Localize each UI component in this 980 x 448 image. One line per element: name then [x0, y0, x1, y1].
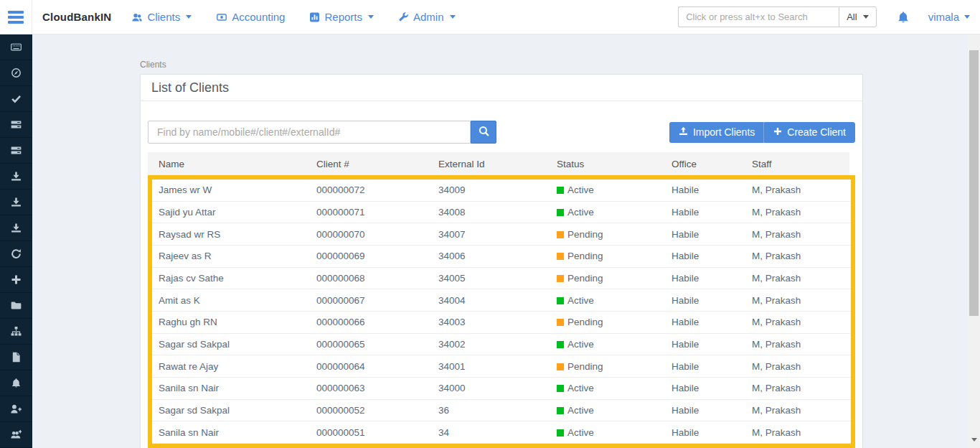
nav-item-clients[interactable]: Clients	[131, 11, 192, 23]
cell-name: Raysad wr RS	[152, 229, 310, 240]
sidebar-item-folder[interactable]	[0, 293, 32, 319]
status-indicator	[557, 187, 564, 194]
cell-staff: M, Prakash	[745, 251, 851, 261]
status-indicator	[557, 341, 564, 348]
table-row[interactable]: Sagar sd Sakpal00000005236ActiveHabileM,…	[152, 400, 851, 422]
global-search-input[interactable]	[678, 6, 839, 27]
folder-icon	[11, 300, 22, 311]
sidebar-item-file[interactable]	[0, 345, 32, 370]
status-indicator	[557, 385, 564, 392]
table-row[interactable]: Rajeev as R00000006934006PendingHabileM,…	[152, 246, 851, 268]
table-row[interactable]: Raysad wr RS00000007034007PendingHabileM…	[152, 223, 851, 246]
table-row[interactable]: Sagar sd Sakpal00000006534002ActiveHabil…	[152, 334, 851, 356]
status-badge: Active	[550, 427, 665, 438]
tasks-icon	[11, 119, 22, 130]
sidebar-item-tasks[interactable]	[0, 138, 32, 164]
table-body-highlighted: James wr W00000007234009ActiveHabileM, P…	[148, 175, 855, 448]
status-badge: Pending	[550, 251, 665, 261]
cell-name: Rajas cv Sathe	[152, 273, 310, 284]
cell-name: Sagar sd Sakpal	[152, 339, 310, 350]
sidebar-item-users-plus[interactable]	[0, 422, 32, 448]
sidebar	[0, 34, 32, 448]
page-scrollbar[interactable]	[968, 34, 980, 448]
cell-name: Amit as K	[152, 295, 310, 306]
column-header-status[interactable]: Status	[546, 159, 661, 169]
sidebar-item-sitemap[interactable]	[0, 319, 32, 345]
cell-office: Habile	[665, 427, 745, 438]
table-row[interactable]: Sanila sn Nair00000005134ActiveHabileM, …	[152, 421, 851, 444]
sidebar-item-compass[interactable]	[0, 60, 32, 86]
nav-item-accounting[interactable]: Accounting	[216, 11, 285, 23]
users-icon	[131, 12, 143, 22]
user-menu[interactable]: vimala	[928, 11, 970, 23]
sidebar-item-download[interactable]	[0, 215, 32, 241]
cell-staff: M, Prakash	[745, 229, 851, 240]
money-icon	[216, 12, 227, 22]
client-search-input[interactable]	[148, 121, 471, 144]
status-indicator	[557, 253, 564, 260]
table-row[interactable]: Rajas cv Sathe00000006834005PendingHabil…	[152, 268, 851, 290]
column-header-client-no[interactable]: Client #	[306, 159, 428, 169]
sidebar-item-download[interactable]	[0, 190, 32, 215]
cell-staff: M, Prakash	[745, 207, 851, 218]
nav-item-admin[interactable]: Admin	[398, 11, 456, 23]
cell-name: James wr W	[152, 185, 310, 195]
keyboard-icon	[11, 42, 22, 52]
bell-icon	[11, 378, 22, 388]
hamburger-menu-icon[interactable]	[0, 0, 32, 34]
sidebar-item-tasks[interactable]	[0, 112, 32, 138]
toolbar-buttons: Import Clients Create Client	[669, 122, 855, 143]
sidebar-item-check[interactable]	[0, 86, 32, 112]
nav-item-reports[interactable]: Reports	[309, 11, 374, 23]
search-scope-dropdown[interactable]: All	[839, 6, 876, 27]
column-header-staff[interactable]: Staff	[741, 159, 849, 169]
chevron-down-icon	[186, 15, 192, 19]
scrollbar-down-arrow[interactable]	[968, 433, 980, 446]
cell-client-no: 000000065	[310, 339, 432, 350]
sidebar-item-keyboard[interactable]	[0, 34, 32, 60]
cell-external-id: 34008	[432, 207, 550, 218]
cell-external-id: 34003	[432, 317, 550, 327]
cell-office: Habile	[665, 185, 745, 195]
table-row[interactable]: Sajid yu Attar00000007134008ActiveHabile…	[152, 202, 851, 224]
status-indicator	[557, 297, 564, 304]
breadcrumb[interactable]: Clients	[140, 60, 166, 70]
status-indicator	[557, 209, 564, 216]
column-header-name[interactable]: Name	[148, 159, 306, 169]
search-icon	[479, 126, 489, 139]
table-row[interactable]: Sanila sn Nair00000006334000ActiveHabile…	[152, 378, 851, 400]
navbar-right: All vimala	[678, 6, 970, 27]
cell-external-id: 34005	[432, 273, 550, 284]
sidebar-item-refresh[interactable]	[0, 241, 32, 267]
chevron-down-icon	[450, 15, 456, 19]
status-badge: Active	[550, 383, 665, 393]
scrollbar-thumb[interactable]	[969, 50, 979, 316]
cell-office: Habile	[665, 383, 745, 393]
search-button[interactable]	[471, 121, 496, 144]
table-row[interactable]: James wr W00000007234009ActiveHabileM, P…	[152, 179, 851, 202]
sidebar-item-plus[interactable]	[0, 267, 32, 293]
file-icon	[11, 352, 22, 363]
notifications-bell-icon[interactable]	[897, 11, 910, 24]
upload-icon	[679, 126, 688, 138]
cell-external-id: 34006	[432, 251, 550, 261]
cell-office: Habile	[665, 251, 745, 261]
status-badge: Active	[550, 405, 665, 416]
table-row[interactable]: Amit as K00000006734004ActiveHabileM, Pr…	[152, 289, 851, 312]
sidebar-item-user-plus[interactable]	[0, 396, 32, 422]
import-clients-button[interactable]: Import Clients	[669, 122, 764, 143]
cell-client-no: 000000071	[310, 207, 432, 218]
table-row[interactable]: Rawat re Ajay00000006434001PendingHabile…	[152, 355, 851, 378]
column-header-office[interactable]: Office	[661, 159, 741, 169]
app-logo[interactable]: CloudBankIN	[42, 11, 111, 23]
sidebar-item-bell[interactable]	[0, 370, 32, 396]
sitemap-icon	[11, 326, 22, 337]
column-header-external-id[interactable]: External Id	[428, 159, 546, 169]
cell-name: Raghu gh RN	[152, 317, 310, 327]
create-client-button[interactable]: Create Client	[764, 122, 855, 143]
table-row[interactable]: Raghu gh RN00000006634003PendingHabileM,…	[152, 312, 851, 334]
cell-name: Sajid yu Attar	[152, 207, 310, 218]
sidebar-item-download[interactable]	[0, 164, 32, 190]
download-icon	[11, 197, 22, 207]
cell-office: Habile	[665, 295, 745, 306]
